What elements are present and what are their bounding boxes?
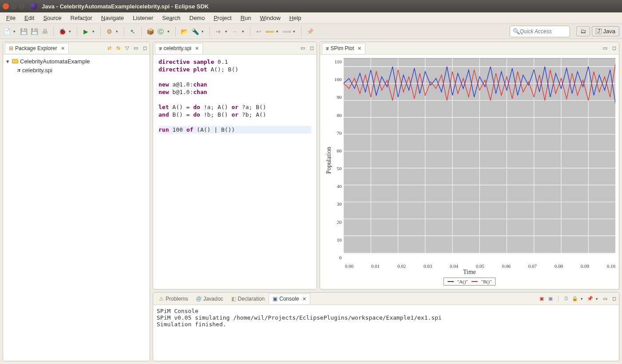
editor-tabs: π celebrity.spi ✕ ▭ ◻ [153, 42, 317, 55]
menu-project[interactable]: Project [209, 13, 236, 23]
terminate-icon[interactable]: ▣ [539, 296, 545, 302]
main-toolbar: 📄▾ 💾 💾 🖶 🐞▾ ▶▾ ⚙▾ ↖ 📦 Ⓒ▾ 📂 🔦▾ ➔▾ ←▾ ↩ ⟸▾… [0, 24, 622, 39]
tab-javadoc[interactable]: @ Javadoc [192, 294, 227, 304]
code-editor[interactable]: directive sample 0.1 directive plot A();… [153, 55, 317, 289]
search-icon[interactable]: 🔦 [191, 27, 199, 35]
minimize-icon[interactable]: ▭ [602, 296, 608, 302]
menu-edit[interactable]: Edit [20, 13, 39, 23]
minimize-button[interactable] [11, 3, 17, 9]
menu-window[interactable]: Window [256, 13, 285, 23]
scroll-lock-icon[interactable]: 🔒 [572, 296, 578, 302]
plot-tab-label: SPim Plot [331, 45, 354, 51]
folder-icon [12, 58, 18, 65]
plot-body: Population 1101009080706050403020100 [320, 55, 619, 289]
minimize-icon[interactable]: ▭ [300, 45, 306, 51]
save-all-icon[interactable]: 💾 [30, 27, 38, 35]
pi-icon: π [326, 45, 329, 52]
maximize-button[interactable] [19, 3, 25, 9]
tree-file-row[interactable]: π celebrity.spi [5, 66, 148, 74]
javadoc-icon: @ [196, 296, 202, 302]
console-output[interactable]: SPiM Console SPiM v0.05 simulating /home… [153, 305, 619, 361]
menu-demo[interactable]: Demo [185, 13, 210, 23]
menu-navigate[interactable]: Navigate [97, 13, 128, 23]
window-title: Java - CelebrityAutomataExample/celebrit… [42, 3, 209, 10]
center-column: π celebrity.spi ✕ ▭ ◻ directive sample 0… [153, 42, 619, 361]
quick-access[interactable]: 🔍 [510, 26, 570, 37]
link-editor-icon[interactable]: ⇆ [115, 45, 121, 51]
tab-package-explorer[interactable]: ⊞ Package Explorer ✕ [5, 43, 69, 53]
package-icon: ⊞ [9, 45, 13, 51]
new-dropdown[interactable]: ▾ [13, 29, 17, 34]
window-controls [3, 3, 25, 9]
quick-access-input[interactable] [520, 28, 567, 35]
perspective-java[interactable]: 🇯 Java [592, 26, 619, 36]
declaration-icon: ◧ [231, 296, 236, 302]
tree-project-row[interactable]: ▾ CelebrityAutomataExample [5, 57, 148, 66]
maximize-icon[interactable]: ◻ [309, 45, 315, 51]
view-menu-icon[interactable]: ▽ [124, 45, 130, 51]
project-name: CelebrityAutomataExample [20, 58, 90, 65]
tab-close-icon[interactable]: ✕ [357, 46, 361, 51]
run-icon[interactable]: ▶ [82, 27, 90, 35]
menu-file[interactable]: File [2, 13, 20, 23]
tab-editor[interactable]: π celebrity.spi ✕ [155, 43, 203, 54]
y-axis-ticks: 1101009080706050403020100 [334, 58, 344, 262]
print-icon[interactable]: 🖶 [41, 27, 49, 35]
plot-ylabel: Population [324, 58, 334, 262]
body-area: ⊞ Package Explorer ✕ ⇄ ⇆ ▽ ▭ ◻ ▾ Celebri… [0, 39, 622, 364]
debug-icon[interactable]: 🐞 [58, 27, 66, 35]
menu-run[interactable]: Run [236, 13, 256, 23]
tab-label: Package Explorer [15, 45, 57, 51]
minimize-icon[interactable]: ▭ [133, 45, 139, 51]
save-icon[interactable]: 💾 [20, 27, 28, 35]
open-perspective-button[interactable]: 🗂 [576, 26, 590, 36]
maximize-icon[interactable]: ◻ [611, 45, 617, 51]
clear-console-icon[interactable]: 🗋 [563, 296, 569, 302]
titlebar: Java - CelebrityAutomataExample/celebrit… [0, 0, 622, 12]
expand-icon[interactable]: ▾ [5, 58, 10, 65]
new-icon[interactable]: 📄 [3, 27, 11, 35]
open-type-icon[interactable]: 📂 [180, 27, 188, 35]
new-class-icon[interactable]: Ⓒ [157, 27, 165, 35]
legend-a: "A()" [457, 279, 468, 284]
collapse-all-icon[interactable]: ⇄ [106, 45, 112, 51]
plot-chart [344, 58, 616, 262]
prev-annotation-icon[interactable]: ← [231, 27, 239, 35]
pin-console-icon[interactable]: 📌 [587, 296, 593, 302]
wand-icon[interactable]: ↖ [129, 27, 137, 35]
menu-listener[interactable]: Listener [128, 13, 158, 23]
menu-refactor[interactable]: Refactor [66, 13, 97, 23]
pin-icon[interactable]: 📌 [306, 27, 314, 35]
minimize-icon[interactable]: ▭ [602, 45, 608, 51]
back-icon[interactable]: ⟸ [265, 27, 273, 35]
package-explorer-tabs: ⊞ Package Explorer ✕ ⇄ ⇆ ▽ ▭ ◻ [3, 42, 150, 55]
menu-search[interactable]: Search [158, 13, 185, 23]
run-ext-icon[interactable]: ⚙ [105, 27, 113, 35]
eclipse-icon [30, 3, 37, 10]
editor-panel: π celebrity.spi ✕ ▭ ◻ directive sample 0… [153, 42, 317, 290]
maximize-icon[interactable]: ◻ [142, 45, 148, 51]
tab-plot[interactable]: π SPim Plot ✕ [322, 43, 365, 54]
forward-icon[interactable]: ⟹ [282, 27, 290, 35]
last-edit-icon[interactable]: ↩ [255, 27, 263, 35]
tab-close-icon[interactable]: ✕ [61, 46, 65, 51]
tab-close-icon[interactable]: ✕ [195, 46, 199, 51]
search-icon: 🔍 [513, 28, 520, 35]
menu-source[interactable]: Source [39, 13, 66, 23]
tab-console[interactable]: ▣ Console ✕ [269, 294, 310, 304]
file-name: celebrity.spi [22, 67, 52, 74]
maximize-icon[interactable]: ◻ [611, 296, 617, 302]
bottom-tabs: ⚠ Problems @ Javadoc ◧ Declaration ▣ Con… [153, 293, 619, 305]
remove-launch-icon[interactable]: ▣ [547, 296, 554, 302]
tab-problems[interactable]: ⚠ Problems [155, 294, 192, 304]
upper-row: π celebrity.spi ✕ ▭ ◻ directive sample 0… [153, 42, 619, 290]
plot-tabs: π SPim Plot ✕ ▭ ◻ [320, 42, 619, 55]
next-annotation-icon[interactable]: ➔ [214, 27, 222, 35]
menubar: File Edit Source Refactor Navigate Liste… [0, 12, 622, 24]
tab-close-icon[interactable]: ✕ [302, 296, 306, 302]
close-button[interactable] [3, 3, 9, 9]
tab-declaration[interactable]: ◧ Declaration [227, 294, 269, 304]
new-package-icon[interactable]: 📦 [146, 27, 154, 35]
pi-icon: π [159, 45, 162, 52]
menu-help[interactable]: Help [285, 13, 306, 23]
